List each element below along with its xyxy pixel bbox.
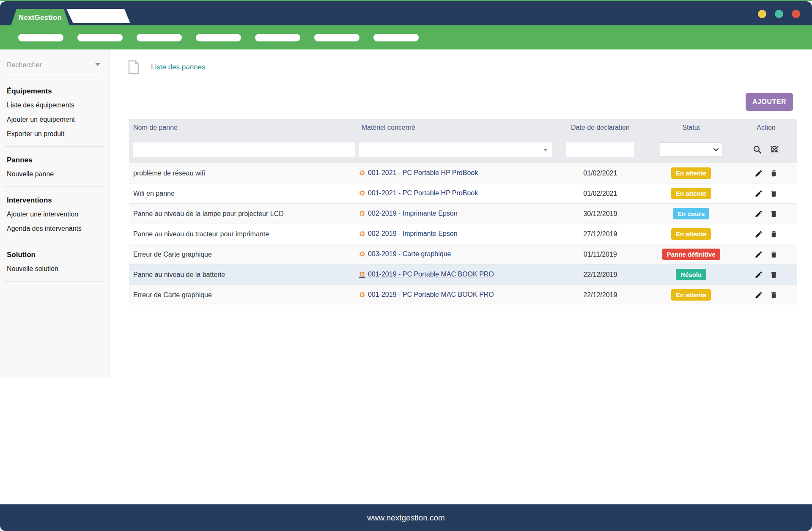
sidebar-search	[7, 61, 103, 75]
material-link[interactable]: ⚙001-2019 - PC Portable MAC BOOK PRO	[359, 291, 494, 298]
clear-search-button[interactable]	[770, 145, 780, 154]
document-icon	[128, 60, 139, 74]
divider	[5, 146, 104, 147]
panne-name: problème de réseau wifi	[129, 170, 357, 177]
pencil-icon	[754, 169, 763, 178]
table-header: Nom de panne Matériel concerné Date de d…	[129, 119, 797, 136]
column-header-nom[interactable]: Nom de panne	[129, 124, 357, 131]
sidebar-section-solution: Solution	[7, 251, 103, 259]
nav-pill-2[interactable]	[77, 34, 123, 41]
chevron-down-icon[interactable]	[95, 63, 100, 66]
status-badge: En attente	[671, 228, 711, 240]
delete-button[interactable]	[770, 169, 778, 178]
divider	[5, 241, 104, 241]
page-title: Liste des pannes	[151, 63, 206, 71]
app-window: NextGestion Équipements Liste des équipe…	[0, 0, 812, 531]
table-filter-row	[129, 136, 797, 163]
pencil-icon	[754, 210, 763, 218]
search-input[interactable]	[7, 61, 103, 69]
edit-button[interactable]	[754, 271, 763, 279]
edit-button[interactable]	[754, 189, 763, 198]
trash-icon	[770, 250, 778, 259]
delete-button[interactable]	[770, 230, 778, 238]
divider	[5, 281, 104, 282]
chevron-down-icon[interactable]	[543, 149, 548, 151]
title-bar: NextGestion	[0, 1, 812, 25]
edit-button[interactable]	[754, 250, 763, 259]
delete-button[interactable]	[770, 210, 778, 218]
filter-nom-input[interactable]	[133, 142, 355, 157]
panne-name: Panne au niveau de la lampe pour project…	[129, 210, 357, 218]
window-controls	[758, 10, 800, 18]
maximize-button[interactable]	[775, 10, 783, 18]
material-link[interactable]: ⚙001-2019 - PC Portable MAC BOOK PRO	[359, 271, 494, 278]
gear-icon: ⚙	[359, 230, 365, 238]
filter-materiel-select[interactable]	[359, 142, 552, 157]
chevron-down-icon[interactable]	[713, 147, 719, 153]
material-link[interactable]: ⚙002-2019 - Imprimante Epson	[359, 210, 458, 217]
table-row: Erreur de Carte graphique ⚙001-2019 - PC…	[129, 285, 797, 305]
status-badge: Résolu	[676, 269, 706, 280]
footer-url: www.nextgestion.com	[367, 513, 445, 523]
nav-pill-6[interactable]	[314, 34, 359, 41]
nav-pill-7[interactable]	[373, 34, 419, 41]
pencil-icon	[754, 291, 763, 299]
nav-pill-5[interactable]	[255, 34, 300, 41]
declaration-date: 27/12/2019	[554, 230, 647, 238]
sidebar-item-agenda-intervenants[interactable]: Agenda des intervenants	[7, 225, 103, 233]
pannes-table: Nom de panne Matériel concerné Date de d…	[129, 119, 797, 305]
declaration-date: 01/02/2021	[554, 170, 647, 177]
sidebar-item-nouvelle-panne[interactable]: Nouvelle panne	[7, 170, 103, 178]
column-header-date[interactable]: Date de déclaration	[554, 124, 647, 131]
nav-pill-4[interactable]	[196, 34, 241, 41]
material-link[interactable]: ⚙001-2021 - PC Portable HP ProBook	[359, 189, 478, 197]
declaration-date: 22/12/2019	[554, 271, 647, 279]
gear-icon: ⚙	[359, 190, 365, 197]
table-row: Panne au niveau de la lampe pour project…	[129, 204, 797, 224]
delete-button[interactable]	[770, 291, 778, 299]
gear-icon: ⚙	[359, 170, 365, 177]
trash-icon	[770, 189, 778, 198]
brand-logo: NextGestion	[11, 9, 70, 27]
delete-button[interactable]	[770, 250, 778, 259]
sidebar-item-ajouter-intervention[interactable]: Ajouter une intervention	[7, 211, 103, 218]
sidebar-item-liste-equipements[interactable]: Liste des équipements	[7, 101, 103, 109]
gear-icon: ⚙	[359, 291, 365, 298]
table-row-highlighted: Panne au niveau de la batterie ⚙001-2019…	[129, 265, 797, 285]
table-row: problème de réseau wifi ⚙001-2021 - PC P…	[129, 163, 797, 183]
pencil-icon	[754, 189, 763, 198]
gear-icon: ⚙	[359, 251, 365, 258]
sidebar-item-nouvelle-solution[interactable]: Nouvelle solution	[7, 265, 103, 273]
edit-button[interactable]	[754, 230, 763, 238]
declaration-date: 22/12/2019	[554, 291, 647, 299]
edit-button[interactable]	[754, 169, 763, 178]
delete-button[interactable]	[770, 271, 778, 279]
close-button[interactable]	[792, 10, 800, 18]
sidebar-item-ajouter-equipement[interactable]: Ajouter un équipement	[7, 116, 103, 123]
column-header-materiel[interactable]: Matériel concerné	[357, 124, 554, 131]
material-link[interactable]: ⚙001-2021 - PC Portable HP ProBook	[359, 169, 478, 177]
add-button[interactable]: AJOUTER	[746, 93, 793, 111]
filter-date-input[interactable]	[566, 142, 634, 157]
sidebar-item-exporter-produit[interactable]: Exporter un produit	[7, 130, 103, 138]
footer: www.nextgestion.com	[0, 504, 812, 531]
brand-accent-shape	[66, 9, 130, 23]
delete-button[interactable]	[770, 189, 778, 198]
trash-icon	[770, 169, 778, 178]
search-icon	[753, 145, 762, 154]
gear-icon: ⚙	[359, 271, 365, 278]
status-badge: En cours	[673, 208, 709, 219]
edit-button[interactable]	[754, 291, 763, 299]
panne-name: Wifi en panne	[129, 190, 357, 197]
column-header-action: Action	[735, 124, 797, 131]
nav-pill-3[interactable]	[137, 34, 182, 41]
material-link[interactable]: ⚙003-2019 - Carte graphique	[359, 250, 451, 258]
search-button[interactable]	[753, 145, 762, 154]
declaration-date: 01/02/2021	[554, 190, 647, 197]
brand-label: NextGestion	[19, 14, 62, 22]
material-link[interactable]: ⚙002-2019 - Imprimante Epson	[359, 230, 458, 238]
column-header-statut[interactable]: Statut	[647, 124, 735, 131]
minimize-button[interactable]	[758, 10, 766, 18]
nav-pill-1[interactable]	[18, 34, 63, 41]
edit-button[interactable]	[754, 210, 763, 218]
